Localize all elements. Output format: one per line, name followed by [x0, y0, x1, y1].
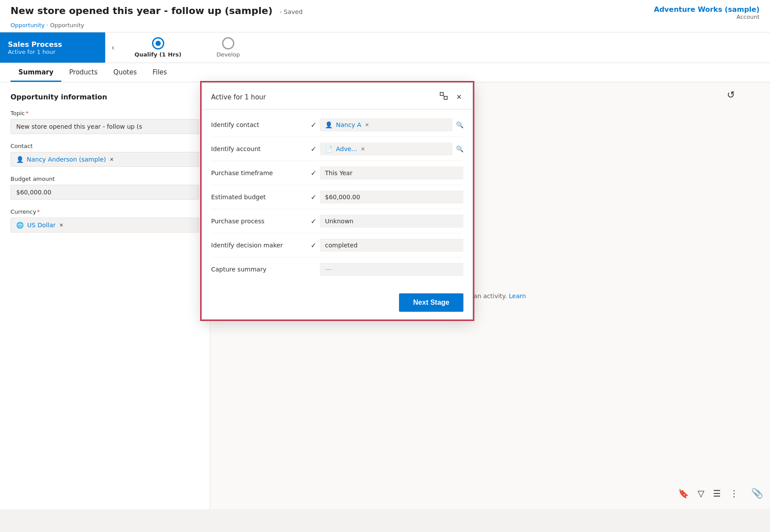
tab-files[interactable]: Files [145, 63, 175, 82]
currency-field-group: Currency* 🌐 US Dollar × [11, 208, 199, 233]
topic-required-indicator: * [26, 110, 29, 116]
left-panel: Opportunity information Topic* New store… [0, 82, 210, 509]
process-bar: Sales Process Active for 1 hour ‹ Qualif… [0, 32, 770, 63]
stage-circle-active [152, 37, 164, 49]
stage-dot [155, 41, 161, 46]
tab-quotes[interactable]: Quotes [106, 63, 145, 82]
list-view-icon[interactable]: ☰ [713, 488, 721, 499]
contact-link-icon: 👤 [325, 121, 332, 128]
popup-value-purchase-timeframe[interactable]: This Year [320, 166, 463, 180]
stage-list: Qualify (1 Hrs) Develop [120, 32, 770, 63]
popup-row-identify-contact: Identify contact ✓ 👤 Nancy A × 🔍 [211, 113, 463, 137]
section-title: Opportunity information [11, 93, 199, 101]
svg-line-2 [443, 95, 444, 96]
stage-circle-inactive [222, 37, 234, 49]
account-link-icon: 📄 [325, 145, 332, 152]
page-title: New store opened this year - follow up (… [11, 5, 272, 16]
contact-label: Contact [11, 143, 199, 149]
popup-expand-button[interactable] [438, 90, 449, 104]
popup-field-purchase-timeframe: Purchase timeframe [211, 169, 307, 176]
popup-account-link[interactable]: Adve... [336, 145, 357, 152]
popup-value-identify-decision-maker[interactable]: completed [320, 239, 463, 252]
popup-field-capture-summary: Capture summary [211, 266, 307, 273]
currency-required-indicator: * [37, 208, 40, 215]
popup-field-identify-account: Identify account [211, 145, 307, 152]
filter-icon[interactable]: ▽ [698, 488, 704, 499]
popup-value-purchase-process[interactable]: Unknown [320, 215, 463, 228]
purchase-process-value[interactable]: Unknown [320, 215, 463, 228]
popup-contact-remove[interactable]: × [365, 122, 369, 128]
next-stage-button[interactable]: Next Stage [399, 293, 463, 312]
popup-field-identify-contact: Identify contact [211, 121, 307, 128]
account-label: Account [654, 14, 759, 20]
identify-decision-maker-value[interactable]: completed [320, 239, 463, 252]
stage-qualify-label: Qualify (1 Hrs) [134, 51, 181, 58]
popup-value-capture-summary[interactable]: --- [320, 263, 463, 276]
tab-products[interactable]: Products [61, 63, 106, 82]
qualify-stage-popup: Active for 1 hour × Identify contact ✓ [201, 82, 473, 320]
contact-value-container: 👤 Nancy Anderson (sample) × [11, 152, 199, 167]
stage-qualify[interactable]: Qualify (1 Hrs) [134, 37, 181, 58]
account-name[interactable]: Adventure Works (sample) [654, 5, 759, 14]
popup-row-purchase-timeframe: Purchase timeframe ✓ This Year [211, 161, 463, 185]
popup-row-identify-decision-maker: Identify decision maker ✓ completed [211, 233, 463, 257]
currency-link[interactable]: US Dollar [27, 222, 56, 229]
popup-footer: Next Stage [202, 288, 472, 319]
svg-rect-0 [440, 92, 443, 95]
contact-field-group: Contact 👤 Nancy Anderson (sample) × [11, 143, 199, 167]
popup-row-capture-summary: Capture summary --- [211, 257, 463, 281]
popup-account-search-icon[interactable]: 🔍 [456, 145, 463, 152]
popup-check-purchase-timeframe: ✓ [307, 169, 320, 177]
breadcrumb-type[interactable]: Opportunity [11, 22, 45, 28]
breadcrumb: Opportunity · Opportunity [11, 22, 759, 32]
estimated-budget-value[interactable]: $60,000.00 [320, 190, 463, 204]
process-subtitle: Active for 1 hour [8, 49, 97, 55]
bookmark-icon[interactable]: 🔖 [678, 488, 689, 499]
activity-learn-link[interactable]: Learn [509, 292, 526, 299]
currency-value-container: 🌐 US Dollar × [11, 218, 199, 233]
currency-label: Currency* [11, 208, 199, 215]
popup-body: Identify contact ✓ 👤 Nancy A × 🔍 Identif… [202, 109, 472, 288]
process-title: Sales Process [8, 40, 97, 49]
breadcrumb-view[interactable]: Opportunity [50, 22, 84, 28]
topic-field-group: Topic* New store opened this year - foll… [11, 110, 199, 134]
popup-check-purchase-process: ✓ [307, 217, 320, 225]
refresh-icon[interactable]: ↺ [727, 89, 735, 100]
popup-header-icons: × [438, 90, 463, 104]
attachment-icon[interactable]: 📎 [751, 488, 763, 499]
collapse-process-button[interactable]: ‹ [105, 32, 120, 63]
popup-row-purchase-process: Purchase process ✓ Unknown [211, 209, 463, 233]
tab-summary[interactable]: Summary [11, 63, 61, 82]
budget-field-group: Budget amount $60,000.00 [11, 176, 199, 200]
popup-contact-search-icon[interactable]: 🔍 [456, 121, 463, 128]
currency-remove-button[interactable]: × [59, 222, 64, 228]
popup-close-button[interactable]: × [455, 90, 463, 104]
budget-label: Budget amount [11, 176, 199, 182]
more-options-icon[interactable]: ⋮ [730, 488, 738, 499]
currency-globe-icon: 🌐 [16, 222, 24, 229]
contact-person-icon: 👤 [16, 156, 23, 163]
popup-value-estimated-budget[interactable]: $60,000.00 [320, 190, 463, 204]
active-stage: Sales Process Active for 1 hour [0, 32, 105, 63]
svg-rect-1 [444, 96, 447, 99]
popup-row-estimated-budget: Estimated budget ✓ $60,000.00 [211, 185, 463, 209]
saved-status: - Saved [279, 8, 303, 15]
topic-value[interactable]: New store opened this year - follow up (… [11, 119, 199, 134]
stage-develop[interactable]: Develop [216, 37, 240, 58]
purchase-timeframe-value[interactable]: This Year [320, 166, 463, 180]
popup-check-identify-account: ✓ [307, 145, 320, 153]
contact-remove-button[interactable]: × [109, 156, 114, 162]
contact-link[interactable]: Nancy Anderson (sample) [27, 156, 106, 163]
popup-check-identify-contact: ✓ [307, 121, 320, 129]
popup-check-estimated-budget: ✓ [307, 193, 320, 201]
main-content: Opportunity information Topic* New store… [0, 82, 770, 509]
popup-field-estimated-budget: Estimated budget [211, 194, 307, 201]
popup-header: Active for 1 hour × [202, 83, 472, 109]
popup-account-remove[interactable]: × [360, 146, 365, 152]
stage-develop-label: Develop [216, 51, 240, 58]
capture-summary-value[interactable]: --- [320, 263, 463, 276]
header: New store opened this year - follow up (… [0, 0, 770, 32]
popup-contact-link[interactable]: Nancy A [336, 121, 361, 128]
budget-value[interactable]: $60,000.00 [11, 185, 199, 200]
popup-value-identify-contact: 👤 Nancy A × [320, 118, 452, 131]
